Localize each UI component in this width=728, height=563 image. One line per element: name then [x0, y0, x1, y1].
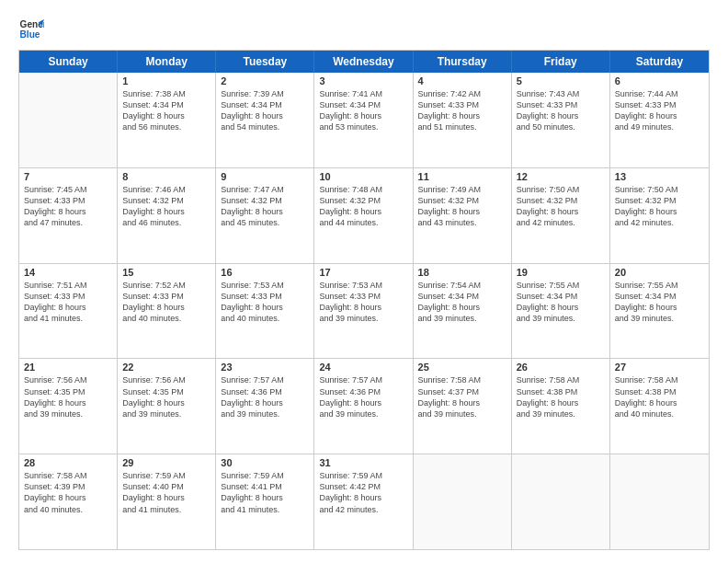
logo-icon: General Blue	[18, 17, 44, 42]
calendar-cell: 3Sunrise: 7:41 AMSunset: 4:34 PMDaylight…	[314, 73, 413, 167]
day-number: 16	[221, 267, 309, 278]
daylight-label: Daylight: 8 hours	[221, 397, 309, 408]
calendar-cell: 13Sunrise: 7:50 AMSunset: 4:32 PMDayligh…	[610, 168, 709, 263]
day-number: 2	[221, 75, 309, 86]
sunset-line: Sunset: 4:38 PM	[615, 386, 704, 397]
daylight-value: and 40 minutes.	[221, 313, 309, 324]
daylight-value: and 39 minutes.	[319, 313, 407, 324]
day-number: 28	[24, 457, 112, 468]
calendar-header-cell: Saturday	[610, 51, 709, 73]
daylight-value: and 40 minutes.	[24, 504, 112, 515]
daylight-value: and 51 minutes.	[418, 121, 506, 132]
calendar-week: 28Sunrise: 7:58 AMSunset: 4:39 PMDayligh…	[19, 454, 709, 549]
daylight-label: Daylight: 8 hours	[517, 206, 605, 217]
daylight-value: and 49 minutes.	[615, 121, 704, 132]
daylight-label: Daylight: 8 hours	[615, 206, 704, 217]
sunrise-line: Sunrise: 7:57 AM	[221, 374, 309, 385]
day-number: 29	[122, 457, 210, 468]
daylight-value: and 47 minutes.	[24, 217, 112, 228]
calendar-week: 14Sunrise: 7:51 AMSunset: 4:33 PMDayligh…	[19, 264, 709, 360]
day-number: 25	[418, 362, 506, 373]
daylight-value: and 40 minutes.	[615, 408, 704, 419]
calendar-cell: 1Sunrise: 7:38 AMSunset: 4:34 PMDaylight…	[118, 73, 216, 167]
daylight-label: Daylight: 8 hours	[221, 492, 309, 503]
sunrise-line: Sunrise: 7:52 AM	[122, 280, 210, 291]
calendar-header: SundayMondayTuesdayWednesdayThursdayFrid…	[19, 51, 709, 73]
sunrise-line: Sunrise: 7:53 AM	[221, 280, 309, 291]
sunrise-line: Sunrise: 7:59 AM	[319, 470, 407, 481]
daylight-value: and 54 minutes.	[221, 121, 309, 132]
sunset-line: Sunset: 4:36 PM	[221, 386, 309, 397]
daylight-label: Daylight: 8 hours	[122, 302, 210, 313]
calendar-cell: 26Sunrise: 7:58 AMSunset: 4:38 PMDayligh…	[512, 359, 610, 454]
day-number: 19	[517, 267, 605, 278]
calendar-cell	[512, 454, 610, 549]
daylight-value: and 39 minutes.	[517, 408, 605, 419]
sunrise-line: Sunrise: 7:58 AM	[418, 374, 506, 385]
day-number: 20	[615, 267, 704, 278]
sunrise-line: Sunrise: 7:41 AM	[319, 88, 407, 99]
calendar-header-cell: Thursday	[414, 51, 512, 73]
sunrise-line: Sunrise: 7:56 AM	[122, 374, 210, 385]
daylight-value: and 45 minutes.	[221, 217, 309, 228]
calendar-header-cell: Wednesday	[314, 51, 413, 73]
calendar-cell	[610, 454, 709, 549]
sunrise-line: Sunrise: 7:45 AM	[24, 184, 112, 195]
daylight-label: Daylight: 8 hours	[517, 302, 605, 313]
calendar-cell: 12Sunrise: 7:50 AMSunset: 4:32 PMDayligh…	[512, 168, 610, 263]
sunrise-line: Sunrise: 7:58 AM	[517, 374, 605, 385]
daylight-label: Daylight: 8 hours	[319, 492, 407, 503]
daylight-label: Daylight: 8 hours	[221, 302, 309, 313]
daylight-label: Daylight: 8 hours	[24, 397, 112, 408]
sunset-line: Sunset: 4:32 PM	[319, 195, 407, 206]
sunrise-line: Sunrise: 7:42 AM	[418, 88, 506, 99]
daylight-value: and 50 minutes.	[517, 121, 605, 132]
sunrise-line: Sunrise: 7:58 AM	[24, 470, 112, 481]
daylight-label: Daylight: 8 hours	[122, 206, 210, 217]
sunrise-line: Sunrise: 7:59 AM	[221, 470, 309, 481]
sunrise-line: Sunrise: 7:46 AM	[122, 184, 210, 195]
sunset-line: Sunset: 4:33 PM	[221, 291, 309, 302]
daylight-label: Daylight: 8 hours	[24, 206, 112, 217]
day-number: 3	[319, 75, 407, 86]
sunset-line: Sunset: 4:33 PM	[615, 99, 704, 110]
daylight-value: and 42 minutes.	[615, 217, 704, 228]
day-number: 7	[24, 171, 112, 182]
calendar-cell: 20Sunrise: 7:55 AMSunset: 4:34 PMDayligh…	[610, 264, 709, 359]
daylight-value: and 46 minutes.	[122, 217, 210, 228]
calendar-cell: 27Sunrise: 7:58 AMSunset: 4:38 PMDayligh…	[610, 359, 709, 454]
day-number: 24	[319, 362, 407, 373]
daylight-label: Daylight: 8 hours	[615, 302, 704, 313]
sunset-line: Sunset: 4:33 PM	[319, 291, 407, 302]
daylight-label: Daylight: 8 hours	[122, 397, 210, 408]
day-number: 18	[418, 267, 506, 278]
sunrise-line: Sunrise: 7:54 AM	[418, 280, 506, 291]
daylight-label: Daylight: 8 hours	[122, 110, 210, 121]
day-number: 23	[221, 362, 309, 373]
daylight-value: and 39 minutes.	[319, 408, 407, 419]
calendar-cell: 8Sunrise: 7:46 AMSunset: 4:32 PMDaylight…	[118, 168, 216, 263]
calendar-cell: 22Sunrise: 7:56 AMSunset: 4:35 PMDayligh…	[118, 359, 216, 454]
day-number: 13	[615, 171, 704, 182]
daylight-label: Daylight: 8 hours	[517, 397, 605, 408]
day-number: 31	[319, 457, 407, 468]
sunset-line: Sunset: 4:34 PM	[319, 99, 407, 110]
daylight-label: Daylight: 8 hours	[122, 492, 210, 503]
day-number: 6	[615, 75, 704, 86]
day-number: 22	[122, 362, 210, 373]
daylight-value: and 39 minutes.	[615, 313, 704, 324]
daylight-value: and 41 minutes.	[122, 504, 210, 515]
sunrise-line: Sunrise: 7:57 AM	[319, 374, 407, 385]
sunrise-line: Sunrise: 7:53 AM	[319, 280, 407, 291]
day-number: 12	[517, 171, 605, 182]
calendar-cell: 17Sunrise: 7:53 AMSunset: 4:33 PMDayligh…	[314, 264, 413, 359]
sunrise-line: Sunrise: 7:50 AM	[517, 184, 605, 195]
day-number: 27	[615, 362, 704, 373]
sunrise-line: Sunrise: 7:44 AM	[615, 88, 704, 99]
calendar-cell: 2Sunrise: 7:39 AMSunset: 4:34 PMDaylight…	[216, 73, 314, 167]
sunset-line: Sunset: 4:37 PM	[418, 386, 506, 397]
daylight-value: and 53 minutes.	[319, 121, 407, 132]
day-number: 8	[122, 171, 210, 182]
daylight-label: Daylight: 8 hours	[319, 397, 407, 408]
calendar-cell	[414, 454, 512, 549]
